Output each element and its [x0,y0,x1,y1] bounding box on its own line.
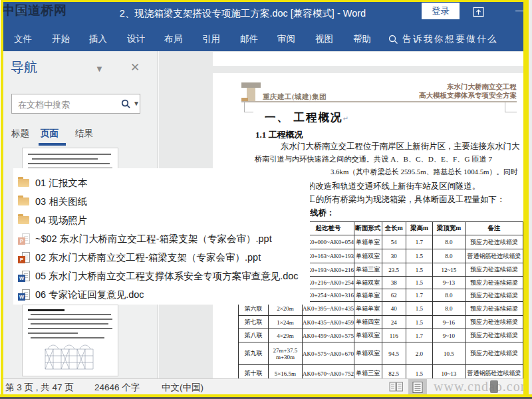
table-cell[interactable]: AK0+000~AK0+054 [302,235,354,249]
file-row[interactable]: W05 东水门大桥南立交工程支撑体系安全专项方案审查意见.doc [18,267,299,285]
table-cell[interactable]: 单箱单室 [354,289,382,302]
table-cell[interactable]: 38 [382,277,406,289]
table-cell[interactable]: 单箱单室 [354,302,382,316]
table-cell[interactable]: 预应力砼连续箱梁 [465,302,523,316]
table-cell[interactable]: 1.5 [406,316,432,329]
word-count[interactable]: 24646 个字 [94,382,140,394]
page-indicator[interactable]: 第 3 页 , 共 47 页 [5,382,74,394]
search-icon[interactable] [121,99,131,112]
table-cell[interactable]: 1.5 [406,302,432,316]
doc-heading-2[interactable]: 1.1 工程概况 [255,129,303,141]
table-cell[interactable]: 94.5 [382,342,406,365]
table-cell[interactable]: 第十联 [239,365,269,379]
login-button[interactable]: 登录 [422,3,460,19]
file-row[interactable]: P~$02 东水门大桥南立交工程-箱梁支架（专家会审）.ppt [18,229,272,248]
table-cell[interactable]: 第八联 [239,329,269,342]
table-cell[interactable]: 单箱双室 [354,249,382,263]
language-indicator[interactable]: 中文(中国) [162,382,203,394]
print-layout-button[interactable] [408,379,427,395]
table-cell[interactable]: 82.5 [382,365,406,379]
table-cell[interactable]: 单箱双室 [354,277,382,289]
table-cell[interactable]: 62 [382,289,406,302]
file-row[interactable]: 03 相关图纸 [18,192,87,211]
table-cell[interactable]: 10.5 [432,342,465,365]
ribbon-tab-1[interactable]: 文件 [14,27,32,51]
table-cell[interactable]: 5×16.5m [269,365,303,379]
table-cell[interactable]: 54 [382,235,406,249]
table-cell[interactable]: 1.7 [406,289,432,302]
table-cell[interactable]: 4×29m [269,329,303,342]
doc-heading-1[interactable]: 一、 工程概况↵ [265,110,348,125]
table-cell[interactable]: 预应力砼连续箱梁 [465,277,523,289]
ribbon-tab-6[interactable]: 引用 [202,27,220,51]
table-cell[interactable]: 116 [382,329,406,342]
table-cell[interactable]: AK0+193~AK0+216 [302,263,354,277]
table-cell[interactable]: 23.5 [382,263,406,277]
table-cell[interactable]: AK0+575~AK0+670 [302,342,354,365]
ribbon-display-options-button[interactable] [473,7,485,21]
ribbon-tab-3[interactable]: 插入 [89,27,107,51]
nav-search-box[interactable]: 在文档中搜索 ▼ [11,94,140,114]
nav-close-icon[interactable]: ✕ [130,61,140,74]
table-cell[interactable]: 预应力砼连续箱梁 [465,235,523,249]
file-row[interactable]: P02 东水门大桥南立交工程-箱梁支架（专家会审）.ppt [18,248,261,267]
ribbon-tab-8[interactable]: 审阅 [277,27,295,51]
read-mode-button[interactable] [389,381,404,395]
table-cell[interactable]: 9~16 [432,316,465,329]
table-cell[interactable]: 1.5 [406,277,432,289]
table-cell[interactable]: 8.0 [432,235,465,249]
table-cell[interactable]: 单箱四室 [354,316,382,329]
table-cell[interactable]: 1.5 [406,365,432,379]
table-cell[interactable]: 单箱单室 [354,235,382,249]
table-cell[interactable]: 单箱三室 [354,263,382,277]
table-cell[interactable]: 预应力砼连续箱梁 [465,263,523,277]
table-cell[interactable]: 8.0 [432,249,465,263]
table-cell[interactable]: 第九联 [239,342,269,365]
table-cell[interactable]: 1×24m [269,316,303,329]
table-cell[interactable]: AK0+670~AK0+752 [302,365,354,379]
body-line[interactable]: 东水门大桥南立交工程位于南岸区上新街片区，主要连接东水门大 [281,141,519,152]
table-cell[interactable]: 30 [382,249,406,263]
minimize-button[interactable]: — [513,5,527,15]
table-cell[interactable]: 1.5 [406,263,432,277]
table-cell[interactable]: AK0+216~AK0+254 [302,277,354,289]
table-cell[interactable]: 普通钢筋砼连续箱梁 [465,365,523,379]
table-cell[interactable]: 单箱三室 [354,365,382,379]
table-cell[interactable]: 1.7 [406,329,432,342]
table-cell[interactable]: AK0+435~AK0+459 [302,316,354,329]
table-cell[interactable]: 第七联 [239,316,269,329]
file-row[interactable]: W06 专家论证回复意见.doc [18,285,144,304]
table-cell[interactable]: 9~13 [432,277,465,289]
file-row[interactable]: 04 现场照片 [18,211,87,229]
nav-tab-pages[interactable]: 页面 [41,128,59,140]
table-cell[interactable]: 2.0 [406,342,432,365]
table-cell[interactable]: 单箱双室 [354,342,382,365]
table-cell[interactable]: AK0+459~AK0+575 [302,329,354,342]
table-cell[interactable]: 1.7 [406,235,432,249]
table-cell[interactable]: AK0+163~AK0+193 [302,249,354,263]
ribbon-tab-2[interactable]: 开始 [52,27,70,51]
file-row[interactable]: 01 汇报文本 [18,174,87,192]
table-cell[interactable]: 8.0 [432,302,465,316]
ribbon-tab-9[interactable]: 视图 [315,27,333,51]
body-line[interactable]: 工的所有桥梁均为现浇箱梁，具体断面及工程量如下： [307,194,505,205]
table-cell[interactable]: 预应力砼连续箱梁 [465,342,523,365]
body-line[interactable]: 线桥： [310,207,334,219]
page-thumbnail-3[interactable] [22,305,118,376]
table-cell[interactable]: 27m+37.5m+30m [269,342,303,365]
table-cell[interactable]: 9~10 [432,329,465,342]
nav-tab-results[interactable]: 结果 [75,128,93,140]
body-line[interactable]: 的改造和轨道交通环线上新街车站及区间隧道。 [307,181,480,192]
table-cell[interactable]: 单箱双室 [354,329,382,342]
table-cell[interactable]: 预应力砼连续箱梁 [465,289,523,302]
body-line[interactable]: 3.6km（其中桥梁总长 2595.5m、路基总长 1004.5m）。同时 [331,168,518,177]
nav-dropdown-icon[interactable]: ▼ [95,64,104,74]
table-cell[interactable]: 24 [382,316,406,329]
table-cell[interactable]: 12~15 [432,263,465,277]
table-cell[interactable]: 8.0 [432,289,465,302]
table-cell[interactable]: 预应力砼连续箱梁 [465,329,523,342]
ribbon-tab-7[interactable]: 邮件 [240,27,258,51]
ribbon-tab-10[interactable]: 帮助 [353,27,371,51]
table-cell[interactable]: 预应力砼连续箱梁 [465,316,523,329]
table-cell[interactable]: AK0+254~AK0+316 [302,289,354,302]
